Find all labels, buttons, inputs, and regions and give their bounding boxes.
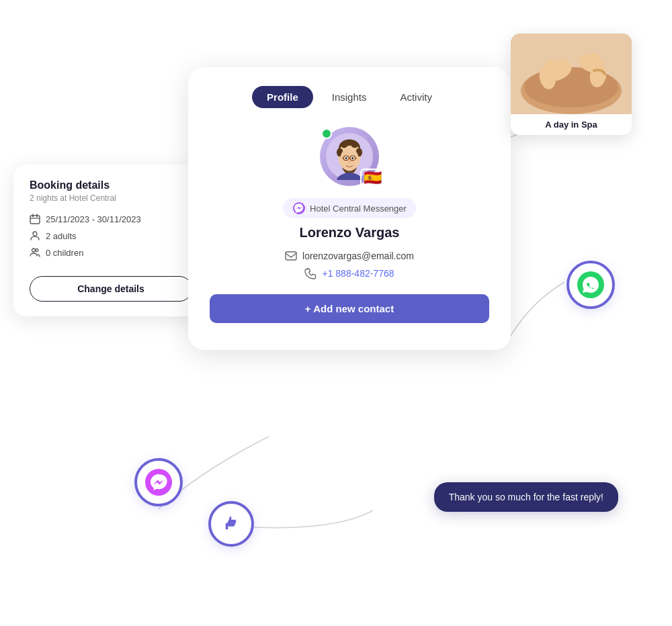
phone-row: +1 888-482-7768 [304, 267, 394, 279]
svg-point-2 [32, 249, 36, 252]
svg-point-1 [33, 232, 37, 236]
phone-link[interactable]: +1 888-482-7768 [322, 268, 394, 279]
messenger-source-text: Hotel Central Messenger [310, 204, 407, 214]
calendar-icon [30, 214, 40, 224]
children-icon [30, 247, 40, 258]
booking-dates-row: 25/11/2023 - 30/11/2023 [30, 214, 192, 224]
messenger-large-icon [145, 469, 172, 496]
booking-title: Booking details [30, 179, 192, 191]
svg-rect-0 [30, 216, 40, 224]
spa-image [511, 34, 632, 114]
booking-subtitle: 2 nights at Hotel Central [30, 193, 192, 203]
tab-insights[interactable]: Insights [317, 86, 382, 108]
whatsapp-channel-button[interactable] [566, 261, 615, 309]
contact-name: Lorenzo Vargas [210, 225, 489, 240]
tab-profile[interactable]: Profile [252, 86, 313, 108]
booking-children: 0 children [46, 248, 83, 258]
phone-icon [304, 267, 317, 279]
flag-badge: 🇪🇸 [360, 169, 384, 187]
messenger-icon [292, 202, 306, 215]
tabs-container: Profile Insights Activity [210, 86, 489, 108]
profile-card: Profile Insights Activity [188, 67, 511, 350]
avatar-section: 🇪🇸 [210, 127, 489, 186]
svg-point-3 [36, 249, 38, 252]
adults-icon [30, 230, 40, 241]
contact-info: lorenzovargas@email.com +1 888-482-7768 [210, 250, 489, 279]
svg-point-15 [351, 157, 353, 159]
booking-adults: 2 adults [46, 231, 77, 241]
spa-image-svg [511, 34, 632, 114]
avatar-wrapper: 🇪🇸 [320, 127, 379, 186]
svg-rect-19 [286, 252, 296, 260]
booking-children-row: 0 children [30, 247, 192, 258]
spa-card: A day in Spa [511, 34, 632, 135]
thumbsup-icon [219, 512, 243, 536]
spa-label: A day in Spa [511, 114, 632, 135]
thumbsup-button[interactable] [208, 501, 254, 547]
thank-you-message-bubble: Thank you so much for the fast reply! [434, 482, 618, 512]
svg-point-10 [345, 140, 354, 146]
email-row: lorenzovargas@email.com [285, 250, 414, 262]
email-text: lorenzovargas@email.com [302, 251, 414, 261]
tab-activity[interactable]: Activity [385, 86, 447, 108]
online-indicator [321, 128, 332, 139]
thank-you-text: Thank you so much for the fast reply! [449, 492, 603, 502]
messenger-source-badge: Hotel Central Messenger [283, 198, 416, 218]
whatsapp-icon [577, 271, 604, 298]
svg-point-11 [340, 148, 358, 169]
svg-point-14 [345, 157, 347, 159]
email-icon [285, 250, 297, 262]
booking-adults-row: 2 adults [30, 230, 192, 241]
change-details-button[interactable]: Change details [30, 276, 192, 302]
add-contact-button[interactable]: + Add new contact [210, 294, 489, 323]
svg-point-34 [145, 469, 172, 496]
messenger-channel-button[interactable] [134, 458, 183, 506]
booking-dates: 25/11/2023 - 30/11/2023 [46, 214, 141, 224]
booking-card: Booking details 2 nights at Hotel Centra… [13, 165, 208, 316]
